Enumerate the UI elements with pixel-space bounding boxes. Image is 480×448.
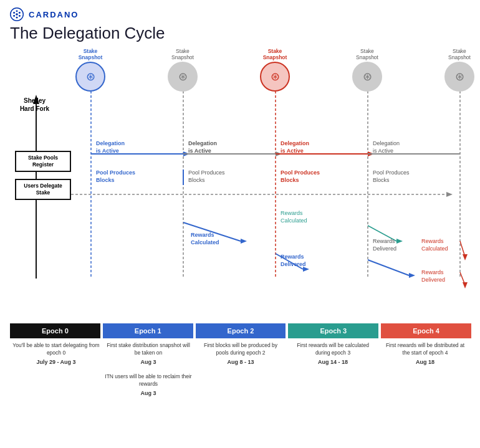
page-title: The Delegation Cycle xyxy=(10,24,470,43)
snapshot-3-circle: ⊛ xyxy=(352,62,382,92)
snapshot-4: StakeSnapshot ⊛ xyxy=(444,48,474,92)
svg-point-4 xyxy=(19,12,21,14)
delegation-active-4: Delegationis Active xyxy=(373,140,400,155)
svg-line-31 xyxy=(368,260,409,275)
svg-marker-26 xyxy=(241,239,247,244)
epoch-bar-0: Epoch 0 xyxy=(10,323,100,338)
shelley-text: Shelley Hard Fork xyxy=(11,97,58,113)
snapshot-1: StakeSnapshot ⊛ xyxy=(168,48,198,92)
pool-blocks-1: Pool ProducesBlocks xyxy=(96,169,135,184)
rewards-calc-red: RewardsCalculated xyxy=(421,238,448,252)
cardano-logo-icon xyxy=(10,7,24,21)
rewards-delivered-red: RewardsDelivered xyxy=(421,269,445,284)
header: CARDANO xyxy=(10,7,470,21)
svg-point-5 xyxy=(13,15,15,17)
svg-line-35 xyxy=(460,272,465,285)
snapshot-2: StakeSnapshot ⊛ xyxy=(260,48,290,92)
snapshot-0-label: StakeSnapshot xyxy=(79,48,103,60)
svg-point-3 xyxy=(13,12,15,14)
epoch-desc-0: You'll be able to start delegating from … xyxy=(10,342,102,398)
stake-pools-box: Stake PoolsRegister xyxy=(15,151,71,172)
pool-blocks-3: Pool ProducesBlocks xyxy=(281,169,320,184)
delegation-active-2: Delegationis Active xyxy=(188,140,217,155)
svg-marker-36 xyxy=(463,282,468,288)
epoch-descriptions: You'll be able to start delegating from … xyxy=(10,342,471,398)
snapshot-1-label: StakeSnapshot xyxy=(171,48,194,60)
brand-name: CARDANO xyxy=(29,10,79,19)
snapshot-4-circle: ⊛ xyxy=(444,62,474,92)
epoch-bar-4: Epoch 4 xyxy=(381,323,471,338)
svg-point-1 xyxy=(16,10,18,12)
epoch-desc-4: First rewards will be distributed at the… xyxy=(379,342,471,398)
snapshot-2-label: StakeSnapshot xyxy=(263,48,287,60)
svg-marker-30 xyxy=(396,239,403,244)
snapshot-3: StakeSnapshot ⊛ xyxy=(352,48,382,92)
svg-point-2 xyxy=(16,17,18,19)
epoch-desc-2: First blocks will be produced by pools d… xyxy=(194,342,287,398)
shelley-hardfork-label: Shelley Hard Fork xyxy=(11,97,58,113)
snapshot-4-label: StakeSnapshot xyxy=(448,48,471,60)
rewards-calc-teal: RewardsCalculated xyxy=(281,210,307,224)
snapshot-0-circle: ⊛ xyxy=(75,62,105,92)
diagram: Shelley Hard Fork StakeSnapshot ⊛ StakeS… xyxy=(10,48,471,322)
svg-marker-34 xyxy=(463,254,468,260)
snapshot-2-circle: ⊛ xyxy=(260,62,290,92)
rewards-calc-blue: RewardsCalculated xyxy=(191,232,219,246)
snapshot-0: StakeSnapshot ⊛ xyxy=(75,48,105,92)
pool-blocks-4: Pool ProducesBlocks xyxy=(373,169,410,184)
svg-point-6 xyxy=(19,15,21,17)
rewards-delivered-teal: RewardsDelivered xyxy=(373,238,396,252)
delegation-active-1: Delegationis Active xyxy=(96,140,125,155)
epoch-desc-1: First stake distribution snapshot will b… xyxy=(102,342,194,398)
svg-line-33 xyxy=(460,241,465,257)
page: CARDANO The Delegation Cycle xyxy=(0,0,480,448)
snapshot-3-label: StakeSnapshot xyxy=(356,48,378,60)
svg-marker-32 xyxy=(409,273,415,278)
users-delegate-box: Users DelegateStake xyxy=(15,179,71,200)
rewards-delivered-blue: RewardsDelivered xyxy=(281,254,306,268)
svg-marker-16 xyxy=(446,192,453,197)
epoch-bar-2: Epoch 2 xyxy=(196,323,286,338)
epoch-desc-3: First rewards will be calculated during … xyxy=(287,342,379,398)
svg-point-7 xyxy=(16,13,18,16)
epoch-bar-1: Epoch 1 xyxy=(103,323,193,338)
epoch-bars: Epoch 0 Epoch 1 Epoch 2 Epoch 3 Epoch 4 xyxy=(10,323,471,338)
snapshot-1-circle: ⊛ xyxy=(168,62,198,92)
delegation-active-3: Delegationis Active xyxy=(281,140,309,155)
epoch-bar-3: Epoch 3 xyxy=(288,323,378,338)
pool-blocks-2: Pool ProducesBlocks xyxy=(188,169,225,184)
